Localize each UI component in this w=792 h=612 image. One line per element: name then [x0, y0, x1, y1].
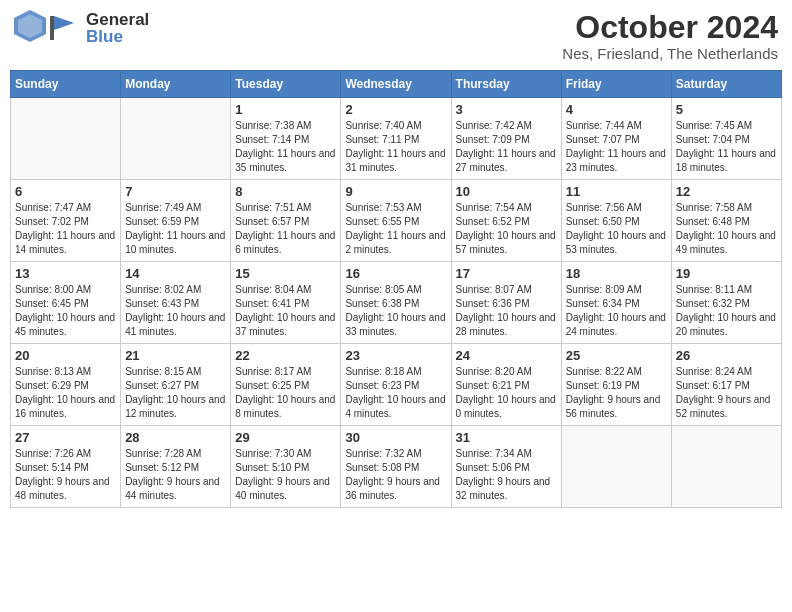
- day-info: Sunrise: 7:44 AM Sunset: 7:07 PM Dayligh…: [566, 119, 667, 175]
- day-header-saturday: Saturday: [671, 71, 781, 98]
- calendar-cell: 27Sunrise: 7:26 AM Sunset: 5:14 PM Dayli…: [11, 426, 121, 508]
- day-info: Sunrise: 7:49 AM Sunset: 6:59 PM Dayligh…: [125, 201, 226, 257]
- logo-flag-icon: [46, 10, 82, 46]
- calendar-cell: 7Sunrise: 7:49 AM Sunset: 6:59 PM Daylig…: [121, 180, 231, 262]
- calendar-cell: 4Sunrise: 7:44 AM Sunset: 7:07 PM Daylig…: [561, 98, 671, 180]
- calendar-cell: 29Sunrise: 7:30 AM Sunset: 5:10 PM Dayli…: [231, 426, 341, 508]
- svg-marker-4: [54, 16, 74, 30]
- day-header-sunday: Sunday: [11, 71, 121, 98]
- day-number: 28: [125, 430, 226, 445]
- title-section: October 2024 Nes, Friesland, The Netherl…: [562, 10, 778, 62]
- day-number: 29: [235, 430, 336, 445]
- calendar-cell: 3Sunrise: 7:42 AM Sunset: 7:09 PM Daylig…: [451, 98, 561, 180]
- day-number: 31: [456, 430, 557, 445]
- day-info: Sunrise: 7:56 AM Sunset: 6:50 PM Dayligh…: [566, 201, 667, 257]
- day-number: 13: [15, 266, 116, 281]
- day-header-tuesday: Tuesday: [231, 71, 341, 98]
- day-info: Sunrise: 8:11 AM Sunset: 6:32 PM Dayligh…: [676, 283, 777, 339]
- day-info: Sunrise: 7:45 AM Sunset: 7:04 PM Dayligh…: [676, 119, 777, 175]
- calendar-cell: 12Sunrise: 7:58 AM Sunset: 6:48 PM Dayli…: [671, 180, 781, 262]
- day-info: Sunrise: 7:53 AM Sunset: 6:55 PM Dayligh…: [345, 201, 446, 257]
- day-number: 18: [566, 266, 667, 281]
- calendar-cell: [11, 98, 121, 180]
- day-info: Sunrise: 8:09 AM Sunset: 6:34 PM Dayligh…: [566, 283, 667, 339]
- day-info: Sunrise: 7:32 AM Sunset: 5:08 PM Dayligh…: [345, 447, 446, 503]
- calendar-cell: 15Sunrise: 8:04 AM Sunset: 6:41 PM Dayli…: [231, 262, 341, 344]
- calendar-cell: 23Sunrise: 8:18 AM Sunset: 6:23 PM Dayli…: [341, 344, 451, 426]
- day-info: Sunrise: 7:42 AM Sunset: 7:09 PM Dayligh…: [456, 119, 557, 175]
- page-header: General Blue October 2024 Nes, Friesland…: [10, 10, 782, 62]
- calendar-week-1: 1Sunrise: 7:38 AM Sunset: 7:14 PM Daylig…: [11, 98, 782, 180]
- logo-text: General Blue: [86, 11, 149, 45]
- calendar-cell: 18Sunrise: 8:09 AM Sunset: 6:34 PM Dayli…: [561, 262, 671, 344]
- day-info: Sunrise: 7:51 AM Sunset: 6:57 PM Dayligh…: [235, 201, 336, 257]
- day-info: Sunrise: 8:24 AM Sunset: 6:17 PM Dayligh…: [676, 365, 777, 421]
- calendar-cell: 22Sunrise: 8:17 AM Sunset: 6:25 PM Dayli…: [231, 344, 341, 426]
- calendar-cell: 19Sunrise: 8:11 AM Sunset: 6:32 PM Dayli…: [671, 262, 781, 344]
- calendar-cell: [671, 426, 781, 508]
- calendar-header-row: SundayMondayTuesdayWednesdayThursdayFrid…: [11, 71, 782, 98]
- day-info: Sunrise: 7:34 AM Sunset: 5:06 PM Dayligh…: [456, 447, 557, 503]
- calendar-table: SundayMondayTuesdayWednesdayThursdayFrid…: [10, 70, 782, 508]
- calendar-cell: 16Sunrise: 8:05 AM Sunset: 6:38 PM Dayli…: [341, 262, 451, 344]
- logo-icon: [14, 10, 46, 46]
- day-info: Sunrise: 8:20 AM Sunset: 6:21 PM Dayligh…: [456, 365, 557, 421]
- day-number: 14: [125, 266, 226, 281]
- day-number: 15: [235, 266, 336, 281]
- day-number: 6: [15, 184, 116, 199]
- day-info: Sunrise: 8:02 AM Sunset: 6:43 PM Dayligh…: [125, 283, 226, 339]
- day-info: Sunrise: 8:22 AM Sunset: 6:19 PM Dayligh…: [566, 365, 667, 421]
- calendar-cell: 1Sunrise: 7:38 AM Sunset: 7:14 PM Daylig…: [231, 98, 341, 180]
- day-number: 21: [125, 348, 226, 363]
- calendar-cell: 8Sunrise: 7:51 AM Sunset: 6:57 PM Daylig…: [231, 180, 341, 262]
- calendar-cell: 30Sunrise: 7:32 AM Sunset: 5:08 PM Dayli…: [341, 426, 451, 508]
- day-number: 7: [125, 184, 226, 199]
- day-header-thursday: Thursday: [451, 71, 561, 98]
- day-header-monday: Monday: [121, 71, 231, 98]
- day-number: 22: [235, 348, 336, 363]
- calendar-week-5: 27Sunrise: 7:26 AM Sunset: 5:14 PM Dayli…: [11, 426, 782, 508]
- calendar-week-4: 20Sunrise: 8:13 AM Sunset: 6:29 PM Dayli…: [11, 344, 782, 426]
- day-number: 16: [345, 266, 446, 281]
- logo-blue: Blue: [86, 28, 149, 45]
- calendar-cell: 6Sunrise: 7:47 AM Sunset: 7:02 PM Daylig…: [11, 180, 121, 262]
- day-number: 10: [456, 184, 557, 199]
- day-info: Sunrise: 8:04 AM Sunset: 6:41 PM Dayligh…: [235, 283, 336, 339]
- day-info: Sunrise: 8:07 AM Sunset: 6:36 PM Dayligh…: [456, 283, 557, 339]
- day-info: Sunrise: 8:13 AM Sunset: 6:29 PM Dayligh…: [15, 365, 116, 421]
- calendar-week-3: 13Sunrise: 8:00 AM Sunset: 6:45 PM Dayli…: [11, 262, 782, 344]
- day-number: 27: [15, 430, 116, 445]
- calendar-cell: 2Sunrise: 7:40 AM Sunset: 7:11 PM Daylig…: [341, 98, 451, 180]
- day-number: 11: [566, 184, 667, 199]
- day-info: Sunrise: 8:17 AM Sunset: 6:25 PM Dayligh…: [235, 365, 336, 421]
- calendar-cell: 13Sunrise: 8:00 AM Sunset: 6:45 PM Dayli…: [11, 262, 121, 344]
- day-info: Sunrise: 8:05 AM Sunset: 6:38 PM Dayligh…: [345, 283, 446, 339]
- day-number: 20: [15, 348, 116, 363]
- day-info: Sunrise: 8:00 AM Sunset: 6:45 PM Dayligh…: [15, 283, 116, 339]
- day-info: Sunrise: 7:40 AM Sunset: 7:11 PM Dayligh…: [345, 119, 446, 175]
- calendar-cell: 10Sunrise: 7:54 AM Sunset: 6:52 PM Dayli…: [451, 180, 561, 262]
- day-header-friday: Friday: [561, 71, 671, 98]
- calendar-week-2: 6Sunrise: 7:47 AM Sunset: 7:02 PM Daylig…: [11, 180, 782, 262]
- day-number: 1: [235, 102, 336, 117]
- day-info: Sunrise: 7:30 AM Sunset: 5:10 PM Dayligh…: [235, 447, 336, 503]
- day-info: Sunrise: 7:47 AM Sunset: 7:02 PM Dayligh…: [15, 201, 116, 257]
- day-number: 8: [235, 184, 336, 199]
- day-number: 4: [566, 102, 667, 117]
- calendar-cell: 14Sunrise: 8:02 AM Sunset: 6:43 PM Dayli…: [121, 262, 231, 344]
- calendar-cell: 20Sunrise: 8:13 AM Sunset: 6:29 PM Dayli…: [11, 344, 121, 426]
- day-info: Sunrise: 7:58 AM Sunset: 6:48 PM Dayligh…: [676, 201, 777, 257]
- day-number: 5: [676, 102, 777, 117]
- calendar-cell: 17Sunrise: 8:07 AM Sunset: 6:36 PM Dayli…: [451, 262, 561, 344]
- day-number: 19: [676, 266, 777, 281]
- location-title: Nes, Friesland, The Netherlands: [562, 45, 778, 62]
- calendar-cell: 24Sunrise: 8:20 AM Sunset: 6:21 PM Dayli…: [451, 344, 561, 426]
- logo-general: General: [86, 11, 149, 28]
- calendar-cell: [121, 98, 231, 180]
- svg-rect-3: [50, 16, 54, 40]
- calendar-body: 1Sunrise: 7:38 AM Sunset: 7:14 PM Daylig…: [11, 98, 782, 508]
- day-number: 30: [345, 430, 446, 445]
- day-number: 2: [345, 102, 446, 117]
- calendar-cell: 11Sunrise: 7:56 AM Sunset: 6:50 PM Dayli…: [561, 180, 671, 262]
- day-number: 17: [456, 266, 557, 281]
